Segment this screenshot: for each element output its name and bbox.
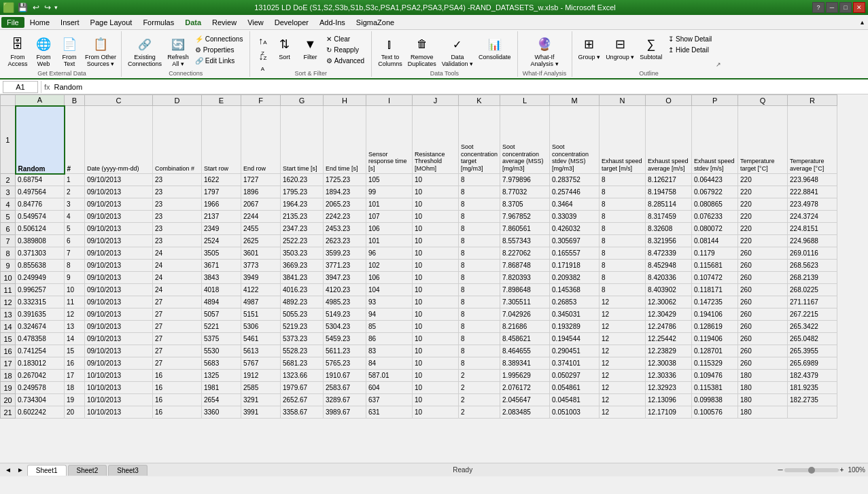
menu-addins[interactable]: Add-Ins	[314, 17, 351, 28]
cell[interactable]: 10	[413, 272, 459, 284]
cell[interactable]: 10	[413, 333, 459, 345]
cell[interactable]: 260	[738, 260, 788, 272]
cell[interactable]: 12.24786	[646, 321, 692, 333]
remove-duplicates-btn[interactable]: 🗑 RemoveDuplicates	[406, 33, 438, 69]
formula-function-icon[interactable]: fx	[44, 83, 50, 91]
cell[interactable]: 18	[65, 382, 85, 394]
cell[interactable]: 4894	[202, 296, 241, 308]
outline-dialog-launcher[interactable]: ↗	[716, 61, 721, 68]
cell[interactable]: 10	[413, 370, 459, 382]
cell[interactable]: 0.050297	[550, 370, 600, 382]
cell[interactable]: 0.064423	[692, 174, 738, 186]
cell[interactable]: 223.4978	[788, 198, 837, 211]
cell[interactable]: 1	[65, 174, 85, 186]
cell[interactable]: 93	[366, 296, 413, 308]
cell[interactable]: 2583.67	[324, 382, 366, 394]
sheet-nav-left[interactable]: ◄	[3, 466, 14, 474]
cell[interactable]: 12.23829	[646, 345, 692, 357]
cell[interactable]: 5613	[241, 345, 281, 357]
cell[interactable]: 8	[459, 272, 500, 284]
cell[interactable]: 0.194544	[550, 333, 600, 345]
cell[interactable]: 2585	[241, 382, 281, 394]
cell[interactable]: 17	[65, 370, 85, 382]
menu-developer[interactable]: Developer	[269, 17, 314, 28]
cell[interactable]: 12.32923	[646, 382, 692, 394]
cell[interactable]: 12	[65, 308, 85, 321]
cell[interactable]: 16	[153, 394, 202, 406]
cell[interactable]: 94	[366, 308, 413, 321]
row-header[interactable]: 4	[1, 198, 16, 211]
cell[interactable]: 0.267042	[16, 370, 65, 382]
cell[interactable]: 5055.23	[281, 308, 324, 321]
row-header[interactable]: 19	[1, 382, 16, 394]
from-access-btn[interactable]: 🗄 FromAccess	[5, 33, 30, 69]
cell[interactable]: 3989.67	[324, 406, 366, 419]
cell[interactable]: 0.080865	[692, 198, 738, 211]
cell[interactable]: 265.6989	[788, 357, 837, 370]
cell[interactable]: 83	[366, 345, 413, 357]
cell[interactable]: 24	[153, 247, 202, 260]
cell[interactable]: 3360	[202, 406, 241, 419]
cell[interactable]: 8.126217	[646, 174, 692, 186]
cell[interactable]: 09/10/2013	[85, 272, 153, 284]
cell[interactable]: 2625	[241, 235, 281, 247]
cell[interactable]: 5057	[202, 308, 241, 321]
cell[interactable]: 2	[459, 382, 500, 394]
cell[interactable]: 106	[366, 223, 413, 235]
cell[interactable]: 260	[738, 272, 788, 284]
cell[interactable]: 8	[459, 357, 500, 370]
edit-links-btn[interactable]: 🔗 Edit Links	[192, 56, 245, 66]
cell[interactable]: 16	[153, 370, 202, 382]
cell-f1[interactable]: End row	[241, 106, 281, 174]
cell[interactable]: 5151	[241, 308, 281, 321]
cell[interactable]: 5611.23	[324, 345, 366, 357]
cell[interactable]: 0.128619	[692, 321, 738, 333]
cell[interactable]: 23	[153, 235, 202, 247]
cell[interactable]: 8	[65, 260, 85, 272]
cell[interactable]: 0.076233	[692, 211, 738, 223]
cell[interactable]: 180	[738, 394, 788, 406]
cell[interactable]: 8	[600, 198, 646, 211]
cell[interactable]: 5461	[241, 333, 281, 345]
cell[interactable]: 10	[413, 321, 459, 333]
cell[interactable]: 6	[65, 235, 85, 247]
sort-btn[interactable]: ⇅ Sort	[272, 33, 296, 63]
cell[interactable]: 3	[65, 198, 85, 211]
cell[interactable]: 0.478358	[16, 333, 65, 345]
cell[interactable]: 0.115329	[692, 357, 738, 370]
cell[interactable]: 8.3705	[500, 198, 550, 211]
cell[interactable]: 8.472339	[646, 247, 692, 260]
cell[interactable]: 27	[153, 296, 202, 308]
row-header[interactable]: 12	[1, 296, 16, 308]
ribbon-collapse-btn[interactable]: ▴	[858, 18, 867, 26]
cell[interactable]: 27	[153, 321, 202, 333]
cell[interactable]: 0.257446	[550, 186, 600, 198]
cell-c1[interactable]: Date (yyyy-mm-dd)	[85, 106, 153, 174]
cell[interactable]: 7.042926	[500, 308, 550, 321]
cell[interactable]: 271.1167	[788, 296, 837, 308]
cell[interactable]: 180	[738, 382, 788, 394]
cell[interactable]: 15	[65, 345, 85, 357]
minimize-btn[interactable]: ─	[826, 2, 838, 13]
cell[interactable]: 0.855638	[16, 260, 65, 272]
cell[interactable]: 1.995629	[500, 370, 550, 382]
cell[interactable]: 2	[459, 394, 500, 406]
cell[interactable]: 8	[600, 272, 646, 284]
cell[interactable]: 8	[600, 247, 646, 260]
cell[interactable]: 3773	[241, 260, 281, 272]
cell[interactable]: 8.458621	[500, 333, 550, 345]
connections-btn[interactable]: ⚡ Connections	[192, 34, 245, 44]
col-header-c[interactable]: C	[85, 95, 153, 106]
cell-ref-input[interactable]: A1	[3, 81, 38, 93]
cell[interactable]: 7.868748	[500, 260, 550, 272]
cell[interactable]: 8	[459, 296, 500, 308]
cell[interactable]: 637	[366, 394, 413, 406]
cell[interactable]: 4987	[241, 296, 281, 308]
cell[interactable]: 1912	[241, 370, 281, 382]
cell[interactable]: 3669.23	[281, 260, 324, 272]
cell[interactable]: 12.13096	[646, 394, 692, 406]
cell[interactable]: 4016.23	[281, 284, 324, 296]
col-header-h[interactable]: H	[324, 95, 366, 106]
cell[interactable]: 23	[153, 211, 202, 223]
menu-file[interactable]: File	[1, 17, 24, 28]
